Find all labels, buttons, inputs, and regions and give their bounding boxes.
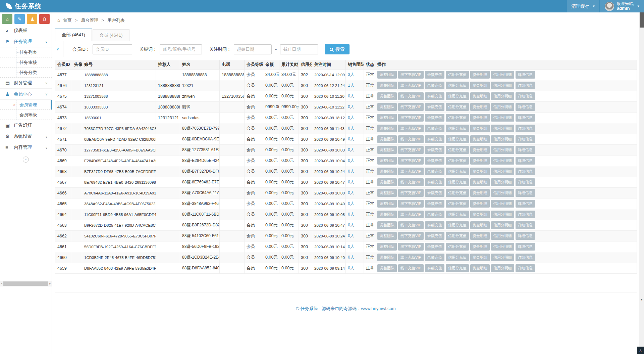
row-action-button[interactable]: 线下充值VIP: [398, 125, 424, 132]
team-count-link[interactable]: 0人: [348, 212, 354, 217]
row-action-button[interactable]: 信用分充值: [446, 125, 469, 132]
team-count-link[interactable]: 0人: [348, 126, 354, 131]
scroll-left-arrow-icon[interactable]: ◄: [0, 282, 3, 285]
row-action-button[interactable]: 详细信息: [516, 92, 535, 100]
row-action-button[interactable]: 详细信息: [516, 178, 535, 186]
row-action-button[interactable]: 余额充值: [425, 232, 444, 240]
row-action-button[interactable]: 线下充值VIP: [398, 135, 424, 143]
row-action-button[interactable]: 资金明细: [470, 135, 490, 143]
team-count-link[interactable]: 0人: [348, 169, 354, 174]
row-action-button[interactable]: 余额充值: [425, 200, 444, 208]
row-action-button[interactable]: 详细信息: [516, 103, 535, 111]
sidebar-item-member-center[interactable]: 会员中心: [0, 89, 52, 100]
team-count-link[interactable]: 0人: [348, 137, 354, 141]
sidebar-item-task-category[interactable]: 任务分类: [0, 68, 52, 78]
row-action-button[interactable]: 详细信息: [516, 189, 535, 197]
row-action-button[interactable]: 信用分明细: [491, 82, 514, 89]
row-action-button[interactable]: 余额充值: [425, 103, 444, 111]
row-action-button[interactable]: 余额充值: [425, 92, 444, 100]
row-action-button[interactable]: 资金明细: [470, 114, 490, 122]
row-action-button[interactable]: 信用分充值: [446, 221, 469, 229]
row-action-button[interactable]: 余额充值: [425, 82, 444, 89]
row-action-button[interactable]: 信用分明细: [491, 211, 514, 218]
row-action-button[interactable]: 余额充值: [425, 114, 444, 122]
row-action-button[interactable]: 调整团队: [377, 103, 397, 111]
row-action-button[interactable]: 资金明细: [470, 71, 490, 79]
team-count-link[interactable]: 0人: [348, 266, 354, 270]
team-count-link[interactable]: 0人: [348, 94, 354, 98]
row-action-button[interactable]: 资金明细: [470, 254, 490, 261]
row-action-button[interactable]: 线下充值VIP: [398, 146, 424, 154]
row-action-button[interactable]: 资金明细: [470, 243, 490, 251]
team-count-link[interactable]: 0人: [348, 147, 354, 152]
row-action-button[interactable]: 详细信息: [516, 114, 535, 122]
row-action-button[interactable]: 资金明细: [470, 211, 490, 218]
sidebar-collapse-button[interactable]: [23, 157, 29, 163]
row-action-button[interactable]: 信用分明细: [491, 254, 514, 261]
row-action-button[interactable]: 信用分充值: [446, 103, 469, 111]
row-action-button[interactable]: 线下充值VIP: [398, 178, 424, 186]
row-action-button[interactable]: 信用分明细: [491, 168, 514, 175]
row-action-button[interactable]: 线下充值VIP: [398, 264, 424, 272]
row-action-button[interactable]: 信用分充值: [446, 146, 469, 154]
sidebar-item-task-list[interactable]: 任务列表: [0, 47, 52, 57]
user-menu-dropdown[interactable]: 欢迎光临, admin: [600, 0, 644, 12]
row-action-button[interactable]: 余额充值: [425, 189, 444, 197]
row-action-button[interactable]: 信用分明细: [491, 189, 514, 197]
search-button[interactable]: 搜索: [325, 44, 350, 54]
row-action-button[interactable]: 信用分充值: [446, 92, 469, 100]
row-action-button[interactable]: 线下充值VIP: [398, 189, 424, 197]
row-action-button[interactable]: 余额充值: [425, 146, 444, 154]
row-action-button[interactable]: 资金明细: [470, 264, 490, 272]
row-action-button[interactable]: 资金明细: [470, 232, 490, 240]
row-action-button[interactable]: 调整团队: [377, 254, 397, 261]
team-count-link[interactable]: 0人: [348, 255, 354, 260]
bell-icon[interactable]: [39, 14, 50, 24]
sidebar-horizontal-scrollbar[interactable]: ◄ ►: [0, 281, 52, 286]
row-action-button[interactable]: 详细信息: [516, 232, 535, 240]
team-count-link[interactable]: 0人: [348, 244, 354, 249]
row-action-button[interactable]: 线下充值VIP: [398, 211, 424, 218]
row-action-button[interactable]: 信用分明细: [491, 178, 514, 186]
row-action-button[interactable]: 调整团队: [377, 168, 397, 175]
row-action-button[interactable]: 余额充值: [425, 211, 444, 218]
row-action-button[interactable]: 线下充值VIP: [398, 200, 424, 208]
row-action-button[interactable]: 信用分充值: [446, 82, 469, 89]
team-count-link[interactable]: 0人: [348, 233, 354, 238]
scroll-right-arrow-icon[interactable]: ►: [49, 282, 52, 285]
team-count-link[interactable]: 0人: [348, 104, 354, 109]
row-action-button[interactable]: 资金明细: [470, 92, 490, 100]
row-action-button[interactable]: 信用分明细: [491, 232, 514, 240]
row-action-button[interactable]: 资金明细: [470, 146, 490, 154]
row-action-button[interactable]: 信用分充值: [446, 178, 469, 186]
sidebar-item-system-settings[interactable]: 系统设置: [0, 131, 52, 142]
row-action-button[interactable]: 线下充值VIP: [398, 243, 424, 251]
team-count-link[interactable]: 0人: [348, 158, 354, 163]
row-action-button[interactable]: 信用分充值: [446, 168, 469, 175]
member-id-input[interactable]: [93, 44, 132, 54]
row-action-button[interactable]: 信用分充值: [446, 189, 469, 197]
row-action-button[interactable]: 资金明细: [470, 103, 490, 111]
row-action-button[interactable]: 调整团队: [377, 82, 397, 89]
row-action-button[interactable]: 信用分充值: [446, 264, 469, 272]
row-action-button[interactable]: 信用分明细: [491, 135, 514, 143]
row-action-button[interactable]: 余额充值: [425, 168, 444, 175]
sidebar-item-finance[interactable]: 财务管理: [0, 78, 52, 89]
app-logo[interactable]: 任务系统: [0, 0, 48, 12]
horizontal-scrollbar-thumb[interactable]: [3, 281, 48, 286]
row-action-button[interactable]: 线下充值VIP: [398, 168, 424, 175]
row-action-button[interactable]: 调整团队: [377, 243, 397, 251]
row-action-button[interactable]: 调整团队: [377, 264, 397, 272]
row-action-button[interactable]: 余额充值: [425, 71, 444, 79]
row-action-button[interactable]: 调整团队: [377, 146, 397, 154]
sidebar-item-task-management[interactable]: 任务管理: [0, 36, 52, 47]
row-action-button[interactable]: 资金明细: [470, 82, 490, 89]
row-action-button[interactable]: 详细信息: [516, 211, 535, 218]
footer-link[interactable]: www.hnymwl.com: [361, 306, 395, 311]
row-action-button[interactable]: 线下充值VIP: [398, 221, 424, 229]
row-action-button[interactable]: 余额充值: [425, 254, 444, 261]
row-action-button[interactable]: 信用分明细: [491, 146, 514, 154]
sidebar-item-member-management[interactable]: 会员管理: [0, 100, 52, 110]
row-action-button[interactable]: 详细信息: [516, 71, 535, 79]
vertical-scrollbar-thumb[interactable]: [640, 12, 644, 28]
